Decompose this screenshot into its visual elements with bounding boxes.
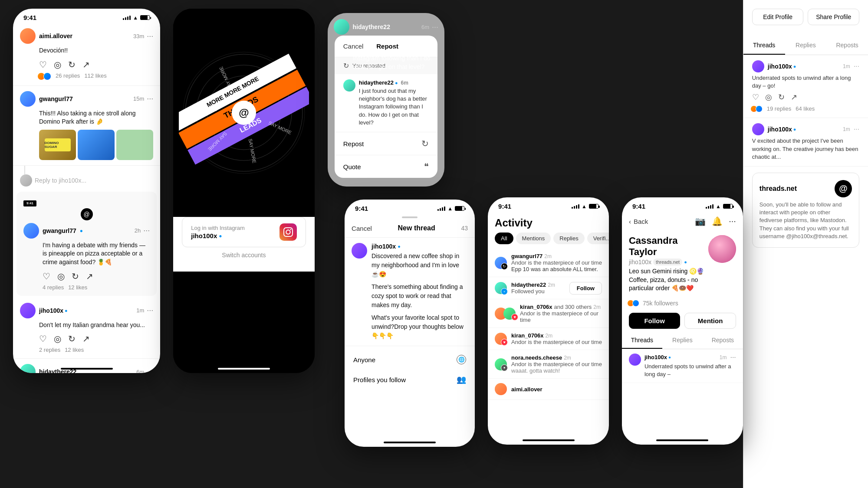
post-time: 1m [843, 126, 850, 132]
activity-item: ↻ gwangurl77 2m Andor is the masterpiece… [488, 249, 609, 277]
activity-username: nora.needs.cheese [511, 354, 562, 361]
share-icon[interactable]: ↗ [791, 92, 797, 102]
tab-all[interactable]: All [495, 233, 513, 244]
tab-replies[interactable]: Replies [662, 332, 703, 349]
desktop-tab-reposts[interactable]: Reposts [826, 36, 868, 55]
tab-reposts[interactable]: Reposts [703, 332, 743, 349]
compose-text-2[interactable]: There's something about finding a cozy s… [372, 282, 468, 310]
activity-item: + hidaythere22 2m Followed you Follow [488, 277, 609, 299]
more-icon[interactable]: ··· [730, 354, 736, 361]
instagram-login-button[interactable]: Log in with Instagram jiho100x ● [182, 217, 306, 247]
more-icon[interactable]: ··· [147, 94, 153, 103]
audience-anyone-option[interactable]: Anyone 🌐 [345, 350, 475, 370]
follow-button[interactable]: Follow [629, 313, 680, 329]
desktop-tab-threads[interactable]: Threads [743, 36, 785, 55]
wifi-icon: ▲ [447, 206, 453, 212]
edit-profile-button[interactable]: Edit Profile [752, 9, 804, 25]
activity-others: and 300 others [554, 304, 592, 310]
more-icon[interactable]: ··· [432, 23, 438, 32]
desktop-profile-tabs: Threads Replies Reposts [743, 36, 868, 55]
repost-button[interactable]: Repost ↻ [335, 132, 437, 155]
likes-count: 64 likes [796, 105, 815, 112]
share-icon[interactable]: ↗ [82, 334, 90, 344]
tab-replies[interactable]: Replies [553, 233, 584, 244]
share-icon[interactable]: ↗ [82, 59, 90, 70]
back-chevron: ‹ [629, 218, 631, 225]
phone-new-thread: 9:41 ▲ [345, 200, 475, 447]
repost-icon[interactable]: ↻ [778, 92, 785, 102]
activity-tabs: All Mentions Replies Verifi... [488, 233, 609, 249]
repost-icon[interactable]: ↻ [72, 271, 79, 282]
switch-accounts-button[interactable]: Switch accounts [182, 247, 306, 263]
share-profile-button[interactable]: Share Profile [808, 9, 859, 25]
time: 9:41 [498, 203, 511, 210]
status-bar: 9:41 ▲ [488, 197, 609, 212]
login-label: Log in with Instagram [191, 225, 245, 231]
more-icon[interactable]: ··· [143, 226, 150, 235]
post-text: Underrated spots to unwind after a long … [644, 363, 736, 378]
like-icon[interactable]: ♡ [43, 271, 50, 282]
repost-icon[interactable]: ↻ [68, 59, 76, 70]
more-icon[interactable]: ··· [854, 62, 859, 70]
login-info: Log in with Instagram jiho100x ● [191, 225, 245, 239]
post-image [116, 130, 153, 160]
repost-icon[interactable]: ↻ [68, 334, 76, 344]
background-post: hidaythere22 6m ··· I just found out tha… [328, 13, 445, 77]
instagram-nav-icon[interactable]: 📷 [695, 216, 706, 226]
activity-username: gwangurl77 [511, 253, 542, 259]
home-indicator [656, 439, 708, 441]
follow-button[interactable]: Follow [569, 282, 602, 295]
battery-icon [589, 204, 598, 209]
profile-tabs: Threads Replies Reposts [622, 332, 743, 349]
quote-button[interactable]: Quote ❝ [335, 155, 437, 178]
reply-placeholder[interactable]: Reply to jiho100x... [35, 177, 86, 184]
post-time: 1m [136, 307, 144, 314]
more-icon[interactable]: ··· [729, 216, 736, 226]
reply-icon[interactable]: ◎ [54, 59, 61, 70]
likes-count: 12 likes [68, 284, 87, 291]
home-indicator [384, 442, 436, 443]
repost-icon: ↻ [421, 138, 429, 149]
like-icon[interactable]: ♡ [39, 334, 47, 344]
signal-icon [572, 204, 579, 209]
audience-profiles-option[interactable]: Profiles you follow 👥 [345, 370, 475, 390]
more-icon[interactable]: ··· [854, 125, 859, 133]
bell-icon[interactable]: 🔔 [712, 216, 723, 226]
avatar [334, 19, 349, 35]
like-icon[interactable]: ♡ [752, 92, 759, 102]
time: 9:41 [23, 14, 36, 21]
more-icon[interactable]: ··· [147, 367, 153, 373]
tab-threads[interactable]: Threads [622, 332, 662, 349]
reply-area[interactable]: Reply to jiho100x... [13, 174, 160, 190]
reply-icon[interactable]: ◎ [57, 271, 65, 282]
desktop-profile-panel: Edit Profile Share Profile Threads Repli… [743, 0, 868, 488]
verified-badge: ● [219, 233, 222, 239]
desktop-tab-replies[interactable]: Replies [785, 36, 827, 55]
composer-username: jiho100x [372, 243, 396, 250]
audience-anyone-label: Anyone [353, 356, 375, 364]
back-button[interactable]: ‹ Back [629, 218, 648, 225]
activity-badge-comment: ● [501, 364, 508, 371]
back-label: Back [634, 218, 648, 225]
tab-mentions[interactable]: Mentions [516, 233, 551, 244]
compose-text-3[interactable]: What's your favorite local spot to unwin… [372, 313, 468, 341]
home-indicator [523, 439, 575, 441]
more-icon[interactable]: ··· [147, 306, 153, 315]
reply-icon[interactable]: ◎ [765, 92, 772, 102]
activity-time: 2m [548, 282, 555, 288]
more-icon[interactable]: ··· [147, 32, 153, 41]
like-icon[interactable]: ♡ [39, 59, 47, 70]
audience-selector: Anyone 🌐 Profiles you follow 👥 [345, 346, 475, 393]
reply-icon[interactable]: ◎ [54, 334, 61, 344]
post-text: Underrated spots to unwind after a long … [752, 74, 859, 90]
mention-button[interactable]: Mention [684, 313, 736, 329]
audience-profiles-label: Profiles you follow [353, 376, 406, 383]
share-icon[interactable]: ↗ [86, 271, 93, 282]
tab-verified[interactable]: Verifi... [587, 233, 609, 244]
compose-text-1[interactable]: Discovered a new coffee shop in my neigh… [372, 252, 468, 279]
cancel-button[interactable]: Cancel [352, 225, 372, 232]
post-time: 6m [421, 24, 429, 30]
replies-count: 2 replies [39, 347, 60, 353]
profile-avatar [708, 235, 736, 263]
people-icon: 👥 [457, 375, 466, 384]
